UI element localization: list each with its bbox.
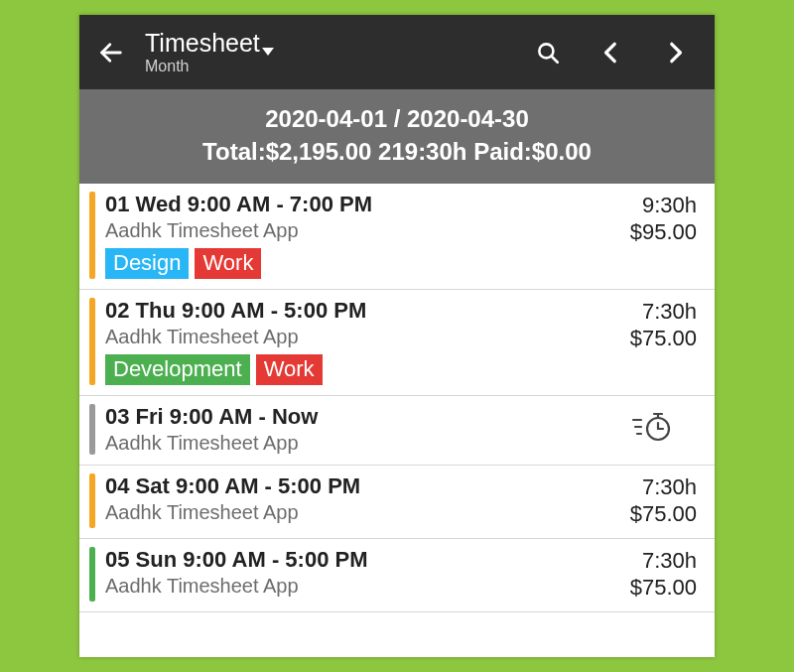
entry-row[interactable]: 04 Sat 9:00 AM - 5:00 PM Aadhk Timesheet… xyxy=(79,466,715,539)
running-timer-icon xyxy=(631,410,673,444)
entry-subline: Aadhk Timesheet App xyxy=(105,501,607,524)
entry-headline: 01 Wed 9:00 AM - 7:00 PM xyxy=(105,192,607,217)
entry-right: 7:30h $75.00 xyxy=(607,547,697,602)
entry-right: 7:30h $75.00 xyxy=(607,473,697,528)
chevron-right-icon xyxy=(662,40,688,66)
entry-main: 01 Wed 9:00 AM - 7:00 PM Aadhk Timesheet… xyxy=(105,192,607,279)
entry-subline: Aadhk Timesheet App xyxy=(105,219,607,242)
entry-subline: Aadhk Timesheet App xyxy=(105,575,607,598)
svg-marker-1 xyxy=(262,48,274,56)
entry-row[interactable]: 01 Wed 9:00 AM - 7:00 PM Aadhk Timesheet… xyxy=(79,184,715,290)
entry-amount: $75.00 xyxy=(607,325,697,352)
entry-tags: Development Work xyxy=(105,354,607,385)
tag-work: Work xyxy=(195,248,261,279)
entry-subline: Aadhk Timesheet App xyxy=(105,326,607,348)
row-stripe xyxy=(89,192,95,279)
app-window: Timesheet Month 2020-04-01 / 2020-04-30 … xyxy=(79,15,715,657)
entry-headline: 03 Fri 9:00 AM - Now xyxy=(105,404,607,430)
chevron-left-icon xyxy=(598,40,624,66)
entry-headline: 04 Sat 9:00 AM - 5:00 PM xyxy=(105,473,607,499)
summary-date-range: 2020-04-01 / 2020-04-30 xyxy=(89,103,705,135)
search-button[interactable] xyxy=(526,31,570,74)
entries-list: 01 Wed 9:00 AM - 7:00 PM Aadhk Timesheet… xyxy=(79,184,715,612)
next-period-button[interactable] xyxy=(653,31,697,74)
entry-main: 05 Sun 9:00 AM - 5:00 PM Aadhk Timesheet… xyxy=(105,547,607,602)
entry-row[interactable]: 05 Sun 9:00 AM - 5:00 PM Aadhk Timesheet… xyxy=(79,539,715,612)
entry-row[interactable]: 02 Thu 9:00 AM - 5:00 PM Aadhk Timesheet… xyxy=(79,290,715,396)
row-stripe xyxy=(89,547,95,602)
tag-design: Design xyxy=(105,248,189,279)
entry-right: 7:30h $75.00 xyxy=(607,298,697,385)
summary-totals: Total:$2,195.00 219:30h Paid:$0.00 xyxy=(89,136,705,168)
entry-subline: Aadhk Timesheet App xyxy=(105,432,607,455)
tag-work: Work xyxy=(256,354,323,385)
toolbar-subtitle: Month xyxy=(145,58,506,75)
entry-tags: Design Work xyxy=(105,248,607,279)
entry-hours: 7:30h xyxy=(607,298,697,326)
svg-line-3 xyxy=(551,56,557,62)
search-icon xyxy=(535,40,561,66)
entry-headline: 02 Thu 9:00 AM - 5:00 PM xyxy=(105,298,607,324)
prev-period-button[interactable] xyxy=(590,31,633,74)
toolbar-title: Timesheet xyxy=(145,29,260,58)
toolbar-title-block[interactable]: Timesheet Month xyxy=(145,29,506,75)
entry-amount: $95.00 xyxy=(607,218,697,246)
entry-amount: $75.00 xyxy=(607,574,697,602)
entry-headline: 05 Sun 9:00 AM - 5:00 PM xyxy=(105,547,607,573)
row-stripe xyxy=(89,404,95,455)
entry-main: 04 Sat 9:00 AM - 5:00 PM Aadhk Timesheet… xyxy=(105,473,607,528)
toolbar: Timesheet Month xyxy=(79,15,715,89)
row-stripe xyxy=(89,298,95,385)
entry-main: 03 Fri 9:00 AM - Now Aadhk Timesheet App xyxy=(105,404,607,455)
entry-hours: 7:30h xyxy=(607,547,697,575)
entry-row[interactable]: 03 Fri 9:00 AM - Now Aadhk Timesheet App xyxy=(79,396,715,466)
dropdown-caret-icon xyxy=(262,48,274,56)
entry-right: 9:30h $95.00 xyxy=(607,192,697,279)
entry-hours: 7:30h xyxy=(607,473,697,501)
entry-main: 02 Thu 9:00 AM - 5:00 PM Aadhk Timesheet… xyxy=(105,298,607,385)
entry-right xyxy=(607,404,697,444)
row-stripe xyxy=(89,473,95,528)
entry-amount: $75.00 xyxy=(607,500,697,528)
entry-hours: 9:30h xyxy=(607,192,697,219)
tag-development: Development xyxy=(105,354,250,385)
arrow-left-icon xyxy=(97,39,125,67)
back-button[interactable] xyxy=(89,31,133,74)
summary-bar: 2020-04-01 / 2020-04-30 Total:$2,195.00 … xyxy=(79,89,715,184)
